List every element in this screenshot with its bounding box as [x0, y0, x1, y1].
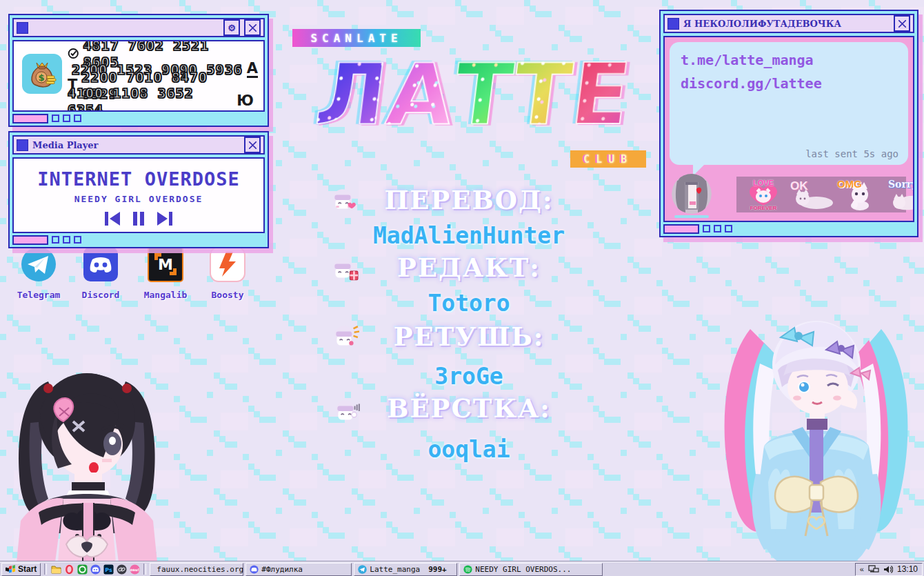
window-statusbar — [12, 114, 265, 123]
discord-quick-icon[interactable] — [90, 564, 101, 575]
task-spotify-needy[interactable]: NEEDY GIRL OVERDOS... — [459, 563, 603, 576]
alfabank-icon: A — [247, 61, 258, 78]
window-icon — [17, 139, 28, 151]
sticker-strip: LOVE FOREVER OK — [736, 177, 906, 212]
pause-button[interactable] — [132, 211, 145, 226]
kangel-character — [709, 301, 924, 562]
logo-letter: T — [508, 52, 576, 137]
settings-button[interactable]: ⚙ — [223, 19, 240, 36]
shortcut-label: Telegram — [10, 290, 68, 300]
taskbar-clock[interactable]: 13:10 — [897, 564, 918, 574]
track-title: INTERNET OVERDOSE — [14, 168, 263, 190]
progress-box — [12, 235, 48, 245]
credit-name: 3roGe — [297, 363, 641, 390]
spotify-icon — [463, 565, 472, 574]
emote-girl-gift-icon — [330, 255, 359, 284]
window-statusbar — [663, 224, 914, 233]
task-telegram-latte[interactable]: Latte_manga 999+ — [354, 563, 457, 576]
last-sent-status: last sent 5s ago — [805, 148, 898, 159]
close-icon — [249, 24, 257, 32]
yoomoney-icon: Ю — [237, 94, 254, 108]
taskbar-divider — [44, 564, 47, 575]
close-icon — [898, 20, 906, 28]
player-controls — [14, 211, 263, 226]
logo-letter: E — [566, 52, 635, 137]
chat-window: Я НЕКОЛОЛИФУТАДЕВОЧКА t.me/latte_manga d… — [659, 10, 918, 237]
svg-text:$: $ — [38, 72, 44, 83]
close-button[interactable] — [244, 19, 261, 36]
window-icon — [17, 22, 28, 34]
card-row: 4817 7602 2521 8605 — [68, 46, 232, 61]
next-track-button[interactable] — [156, 211, 174, 226]
emote-girl-heart-icon — [330, 186, 359, 215]
close-button[interactable] — [894, 15, 910, 32]
start-button[interactable]: Start — [1, 563, 41, 576]
chain-icon[interactable] — [116, 564, 127, 575]
media-player-titlebar[interactable]: Media Player — [12, 135, 265, 155]
green-app-icon[interactable] — [77, 564, 88, 575]
discord-link[interactable]: discord.gg/lattee — [681, 75, 897, 92]
opera-icon[interactable] — [63, 564, 74, 575]
club-banner: CLUB — [570, 150, 646, 168]
media-player-window: Media Player INTERNET OVERDOSE NEEDY GIR… — [8, 131, 269, 248]
volume-icon[interactable] — [883, 565, 893, 574]
progress-box — [663, 224, 699, 234]
telegram-link[interactable]: t.me/latte_manga — [681, 52, 897, 68]
shortcut-discord[interactable]: Discord — [72, 246, 130, 300]
discord-icon — [82, 246, 119, 283]
taskbar: Start Ps osu! fauux.neocities.org — [0, 562, 924, 576]
sber-icon — [68, 47, 79, 60]
desktop: ⚙ $ — [0, 0, 924, 576]
shortcut-label: Discord — [72, 290, 130, 300]
windows-logo-icon — [6, 565, 16, 574]
chat-window-titlebar[interactable]: Я НЕКОЛОЛИФУТАДЕВОЧКА — [663, 14, 914, 33]
system-tray: « 13:10 — [855, 563, 923, 576]
tray-expand-icon[interactable]: « — [860, 565, 864, 573]
emote-girl-sparks-icon — [331, 323, 360, 352]
emote-girl-wave-icon — [332, 397, 361, 426]
svg-text:Ps: Ps — [105, 566, 112, 573]
boosty-icon — [209, 246, 246, 283]
shortcut-telegram[interactable]: Telegram — [10, 246, 68, 300]
taskbar-divider — [143, 564, 146, 575]
credit-name: ooqlai — [297, 436, 641, 463]
logo-letter: T — [448, 52, 517, 137]
network-icon[interactable] — [868, 565, 879, 574]
svg-text:osu!: osu! — [130, 567, 139, 571]
sticker-sorry[interactable]: Sorry — [884, 178, 914, 211]
close-button[interactable] — [244, 137, 261, 153]
avatar-underline — [674, 215, 709, 218]
card-row: 4100 1108 3652 6354 Ю — [68, 93, 254, 109]
moneybag-icon: $ — [22, 54, 62, 94]
window-icon — [667, 18, 679, 30]
task-fauux[interactable]: fauux.neocities.org — [150, 563, 243, 576]
previous-track-button[interactable] — [103, 211, 121, 226]
ame-chan-character — [0, 340, 174, 562]
unread-badge: 999+ — [428, 565, 447, 574]
card-number-list: 4817 7602 2521 8605 2200 1523 9090 5936 … — [68, 41, 263, 112]
photoshop-icon[interactable]: Ps — [103, 564, 114, 575]
credit-name: Totoro — [297, 290, 641, 317]
close-icon — [249, 141, 257, 149]
folder-icon[interactable] — [50, 564, 61, 575]
osu-icon[interactable]: osu! — [129, 564, 140, 575]
mangalib-icon: M — [147, 246, 184, 283]
sticker-ok[interactable]: OK — [787, 178, 836, 211]
credit-name: MadAlienHunter — [297, 222, 641, 249]
card-number: 4100 1108 3652 6354 — [68, 85, 232, 112]
track-subtitle: NEEDY GIRL OVERDOSE — [14, 194, 263, 204]
logo-letter: A — [382, 52, 459, 137]
scanlate-banner: SCANLATE — [292, 29, 421, 47]
task-discord-channel[interactable]: #Флудилка — [245, 563, 352, 576]
card-window-titlebar[interactable]: ⚙ — [12, 18, 265, 37]
card-window: ⚙ $ — [8, 14, 269, 127]
shortcut-mangalib[interactable]: M Mangalib — [137, 246, 194, 300]
shortcut-label: Mangalib — [137, 290, 194, 300]
shortcut-boosty[interactable]: Boosty — [199, 246, 257, 300]
sticker-omg[interactable]: OMG — [836, 178, 884, 211]
chat-avatar[interactable] — [672, 174, 712, 214]
sticker-love-forever[interactable]: LOVE FOREVER — [739, 178, 787, 211]
svg-text:M: M — [158, 256, 173, 273]
start-label: Start — [18, 564, 37, 574]
telegram-icon — [358, 565, 367, 574]
